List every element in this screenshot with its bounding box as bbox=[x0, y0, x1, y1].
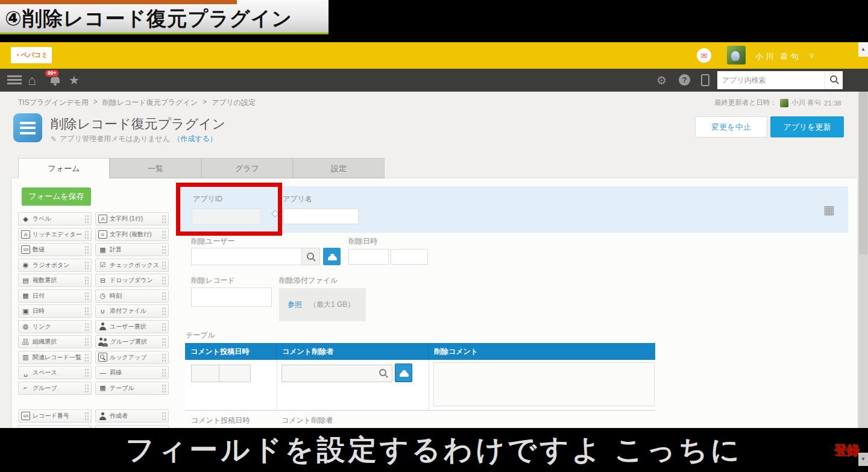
multi-select-icon: ▤ bbox=[21, 276, 30, 285]
palette-field-multi-select[interactable]: ▤複数選択 bbox=[18, 274, 92, 287]
search-button[interactable] bbox=[825, 71, 843, 89]
update-app-button[interactable]: アプリを更新 bbox=[770, 116, 844, 137]
date-icon: ▦ bbox=[21, 291, 30, 300]
user-avatar[interactable] bbox=[727, 46, 746, 65]
drag-handle-icon bbox=[162, 412, 166, 420]
user-search-button[interactable] bbox=[301, 248, 320, 265]
drag-handle-icon bbox=[84, 276, 89, 285]
comment-date-input[interactable] bbox=[191, 365, 219, 382]
palette-field-record-number[interactable]: 123レコード番号 bbox=[18, 409, 92, 423]
breadcrumb-item-app[interactable]: 削除レコード復元プラグイン bbox=[102, 98, 198, 108]
palette-field-group[interactable]: ⌐グループ bbox=[18, 382, 92, 395]
palette-field-border[interactable]: —罫線 bbox=[95, 366, 169, 379]
video-title-banner: ④削除レコード復元プラグイン bbox=[0, 0, 329, 34]
palette-field-multiline-text[interactable]: ≡文字列 (複数行) bbox=[95, 228, 169, 241]
drag-handle-icon bbox=[162, 307, 166, 315]
pencil-icon: ✎ bbox=[51, 135, 57, 143]
palette-field-label[interactable]: ◆ラベル bbox=[18, 212, 92, 225]
tab-form[interactable]: フォーム bbox=[18, 158, 110, 178]
user-name[interactable]: 小川 喜句 bbox=[755, 51, 801, 62]
page-title: 削除レコード復元プラグイン bbox=[51, 115, 225, 133]
app-name-input[interactable] bbox=[283, 209, 359, 224]
comment-deleter-label-2: コメント削除者 bbox=[281, 415, 333, 426]
pepacomi-logo[interactable]: ◔ ペパコミ bbox=[11, 47, 52, 63]
delete-datetime-label: 削除日時 bbox=[348, 236, 377, 247]
help-icon[interactable]: ? bbox=[679, 74, 690, 86]
palette-field-radio[interactable]: ◉ラジオボタン bbox=[18, 259, 92, 272]
cancel-changes-button[interactable]: 変更を中止 bbox=[695, 116, 767, 137]
table-header-comment-datetime: コメント投稿日時 bbox=[185, 343, 277, 360]
notification-badge: 99+ bbox=[45, 69, 59, 77]
palette-field-checkbox[interactable]: ☑チェックボックス bbox=[95, 259, 169, 272]
palette-field-time[interactable]: ◷時刻 bbox=[95, 289, 169, 303]
palette-field-attachment[interactable]: ∪添付ファイル bbox=[95, 304, 169, 318]
updated-user[interactable]: 小川 喜句 bbox=[791, 98, 821, 107]
mobile-view-icon[interactable] bbox=[701, 74, 709, 86]
drag-handle-icon bbox=[84, 323, 89, 331]
palette-field-org-select[interactable]: 品組織選択 bbox=[18, 335, 92, 348]
attachment-browse-link[interactable]: 参照 bbox=[288, 300, 302, 310]
drag-handle-icon bbox=[162, 384, 166, 392]
home-icon[interactable]: ⌂ bbox=[28, 71, 36, 89]
delete-date-input[interactable] bbox=[348, 249, 389, 265]
scrollbar-up-button[interactable]: ▲ bbox=[858, 42, 868, 57]
palette-field-datetime[interactable]: ▣日時 bbox=[18, 304, 92, 318]
person-icon bbox=[326, 251, 339, 262]
delete-record-label: 削除レコード bbox=[191, 275, 235, 286]
hamburger-menu-icon[interactable] bbox=[7, 75, 22, 77]
memo-create-link[interactable]: （作成する） bbox=[173, 134, 217, 144]
deleted-comment-textarea[interactable] bbox=[433, 362, 655, 406]
delete-time-input[interactable] bbox=[391, 249, 428, 265]
tag-icon: ◆ bbox=[21, 215, 30, 224]
palette-field-lookup[interactable]: ルックアップ bbox=[95, 351, 169, 364]
search-icon[interactable] bbox=[379, 368, 388, 378]
save-form-button[interactable]: フォームを保存 bbox=[22, 187, 91, 206]
notifications-bell-icon[interactable]: 99+ bbox=[51, 76, 60, 86]
favorites-star-icon[interactable]: ★ bbox=[69, 73, 80, 87]
drag-handle-icon bbox=[162, 292, 166, 300]
gear-icon[interactable]: ⚙ bbox=[656, 74, 667, 87]
palette-field-table[interactable]: ▦テーブル bbox=[95, 382, 169, 395]
palette-field-single-line-text[interactable]: A文字列 (1行) bbox=[95, 212, 169, 225]
palette-field-space[interactable]: ␣スペース bbox=[18, 366, 92, 379]
palette-field-author[interactable]: 作成者 bbox=[95, 409, 169, 423]
tab-graph[interactable]: グラフ bbox=[201, 158, 293, 178]
drag-handle-icon bbox=[162, 276, 166, 285]
delete-record-input[interactable] bbox=[191, 288, 272, 307]
palette-field-date[interactable]: ▦日付 bbox=[18, 289, 92, 303]
delete-user-input[interactable] bbox=[191, 248, 302, 265]
comment-time-input[interactable] bbox=[219, 365, 251, 382]
tab-settings[interactable]: 設定 bbox=[293, 158, 385, 178]
user-picker-button[interactable] bbox=[323, 248, 341, 265]
palette-field-link[interactable]: ◍リンク bbox=[18, 320, 92, 333]
palette-field-dropdown[interactable]: ⊟ドロップダウン bbox=[95, 274, 169, 287]
message-envelope-icon[interactable]: ✉ bbox=[697, 48, 711, 63]
table-column-divider bbox=[429, 360, 429, 411]
palette-field-related-records[interactable]: ▥関連レコード一覧 bbox=[18, 351, 92, 364]
search-input[interactable] bbox=[717, 71, 825, 89]
form-layout-grid-icon[interactable]: ▦ bbox=[823, 203, 835, 217]
drag-handle-icon bbox=[162, 323, 166, 331]
admin-memo-row: ✎ アプリ管理者用メモはありません （作成する） bbox=[51, 134, 217, 144]
group-icon: ⌐ bbox=[21, 383, 30, 392]
comment-user-picker-button[interactable] bbox=[395, 363, 412, 382]
tab-list[interactable]: 一覧 bbox=[110, 158, 201, 178]
comment-deleter-input[interactable] bbox=[281, 365, 392, 382]
updated-label: 最終更新者と日時： bbox=[714, 98, 777, 107]
palette-field-number[interactable]: 123数値 bbox=[18, 243, 92, 256]
palette-field-user-select[interactable]: ユーザー選択 bbox=[95, 320, 169, 333]
app-header-bar: ◔ ペパコミ ✉ 小川 喜句 ∨ bbox=[0, 42, 868, 69]
chevron-down-icon[interactable]: ∨ bbox=[809, 51, 815, 60]
radio-button-icon: ◉ bbox=[21, 260, 30, 269]
scrollbar-down-button[interactable]: ▼ bbox=[858, 453, 868, 466]
drag-handle-icon bbox=[84, 230, 89, 239]
palette-field-calc[interactable]: ▦計算 bbox=[95, 243, 169, 256]
time-icon: ◷ bbox=[98, 291, 107, 300]
app-name-label: アプリ名 bbox=[283, 194, 312, 204]
breadcrumb-item-space[interactable]: TISプラグインデモ用 bbox=[18, 98, 89, 108]
palette-field-rich-editor[interactable]: Aリッチエディター bbox=[18, 228, 92, 241]
lookup-icon bbox=[98, 353, 107, 362]
delete-user-label: 削除ユーザー bbox=[191, 236, 235, 247]
scrollbar-thumb[interactable] bbox=[859, 92, 867, 254]
palette-field-group-select[interactable]: グループ選択 bbox=[95, 335, 169, 348]
